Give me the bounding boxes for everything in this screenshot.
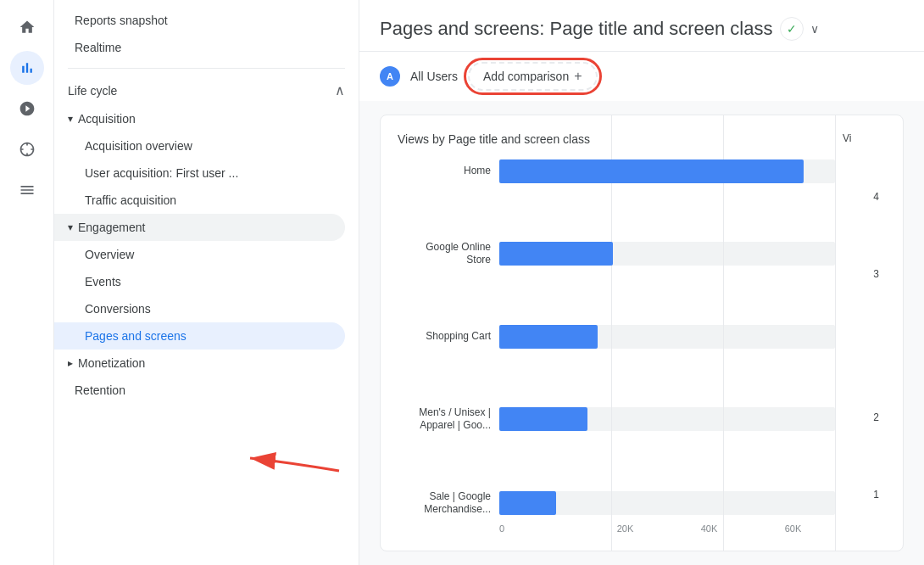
user-badge: A — [380, 66, 400, 87]
bar-chart: HomeGoogle Online StoreShopping CartMen'… — [398, 159, 835, 517]
lifecycle-section: Life cycle ∧ — [54, 76, 359, 105]
filters-bar: A All Users Add comparison + — [359, 52, 924, 101]
acquisition-section-header[interactable]: ▾ Acquisition — [54, 105, 359, 132]
right-col-value: 1 — [843, 489, 879, 501]
main-content: Pages and screens: Page title and screen… — [359, 0, 924, 565]
overview-item[interactable]: Overview — [54, 241, 359, 268]
right-col-value: 2 — [843, 411, 879, 423]
bar-track — [499, 325, 835, 349]
configure-nav-icon[interactable] — [10, 173, 44, 207]
traffic-acquisition-item[interactable]: Traffic acquisition — [54, 187, 359, 214]
header-dropdown-arrow[interactable]: ∨ — [810, 22, 819, 36]
plus-icon: + — [574, 69, 582, 84]
bar-fill — [499, 407, 587, 431]
chart-title: Views by Page title and screen class — [398, 132, 835, 146]
bar-fill — [499, 242, 613, 266]
axis-tick: 20K — [583, 523, 667, 534]
verified-icon: ✓ — [780, 17, 804, 41]
explore-nav-icon[interactable] — [10, 92, 44, 126]
bar-label: Shopping Cart — [398, 330, 491, 344]
axis-tick: 40K — [667, 523, 751, 534]
bar-track — [499, 159, 835, 183]
realtime-item[interactable]: Realtime — [54, 34, 359, 61]
bar-row: Sale | Google Merchandise... — [398, 490, 835, 517]
chart-card: Views by Page title and screen class Hom… — [380, 115, 904, 551]
page-title: Pages and screens: Page title and screen… — [380, 18, 773, 40]
chart-section: Views by Page title and screen class Hom… — [398, 132, 835, 534]
add-comparison-button[interactable]: Add comparison + — [468, 62, 598, 91]
bar-track — [499, 242, 835, 266]
monetization-bullet: ▸ — [68, 357, 73, 369]
bar-fill — [499, 159, 804, 183]
bar-label: Sale | Google Merchandise... — [398, 490, 491, 517]
bar-track — [499, 491, 835, 515]
bar-label: Google Online Store — [398, 241, 491, 267]
x-axis: 020K40K60K — [398, 517, 835, 534]
user-acquisition-item[interactable]: User acquisition: First user ... — [54, 159, 359, 187]
right-col-value: 4 — [843, 191, 879, 203]
bar-label: Men's / Unisex | Apparel | Goo... — [398, 406, 491, 433]
reports-snapshot-item[interactable]: Reports snapshot — [54, 7, 359, 34]
bar-row: Google Online Store — [398, 241, 835, 267]
engagement-section-header[interactable]: ▾ Engagement — [54, 214, 345, 241]
bar-fill — [499, 491, 556, 515]
bar-track — [499, 407, 835, 431]
acquisition-bullet: ▾ — [68, 113, 73, 125]
bar-row: Home — [398, 159, 835, 183]
bar-label: Home — [398, 165, 491, 178]
monetization-section-header[interactable]: ▸ Monetization — [54, 350, 359, 377]
conversions-item[interactable]: Conversions — [54, 295, 359, 322]
events-item[interactable]: Events — [54, 268, 359, 295]
bar-fill — [499, 325, 598, 349]
right-column: Vi 4321 — [835, 132, 886, 534]
page-header: Pages and screens: Page title and screen… — [359, 0, 924, 52]
acquisition-overview-item[interactable]: Acquisition overview — [54, 132, 359, 159]
axis-tick: 0 — [499, 523, 583, 534]
reports-nav-icon[interactable] — [10, 51, 44, 85]
lifecycle-collapse-icon[interactable]: ∧ — [335, 82, 345, 98]
right-col-value: 3 — [843, 268, 879, 280]
axis-tick: 60K — [751, 523, 835, 534]
nav-sidebar: Reports snapshot Realtime Life cycle ∧ ▾… — [54, 0, 359, 565]
retention-item[interactable]: Retention — [54, 377, 359, 404]
all-users-label: All Users — [410, 70, 458, 83]
home-nav-icon[interactable] — [10, 10, 44, 44]
pages-and-screens-item[interactable]: Pages and screens — [54, 322, 345, 350]
bar-row: Shopping Cart — [398, 325, 835, 349]
advertising-nav-icon[interactable] — [10, 132, 44, 166]
right-col-values: 4321 — [843, 158, 879, 534]
bar-row: Men's / Unisex | Apparel | Goo... — [398, 406, 835, 433]
icon-sidebar — [0, 0, 54, 565]
right-col-title: Vi — [843, 132, 879, 144]
engagement-bullet: ▾ — [68, 221, 73, 233]
chart-container: Views by Page title and screen class Hom… — [359, 101, 924, 565]
